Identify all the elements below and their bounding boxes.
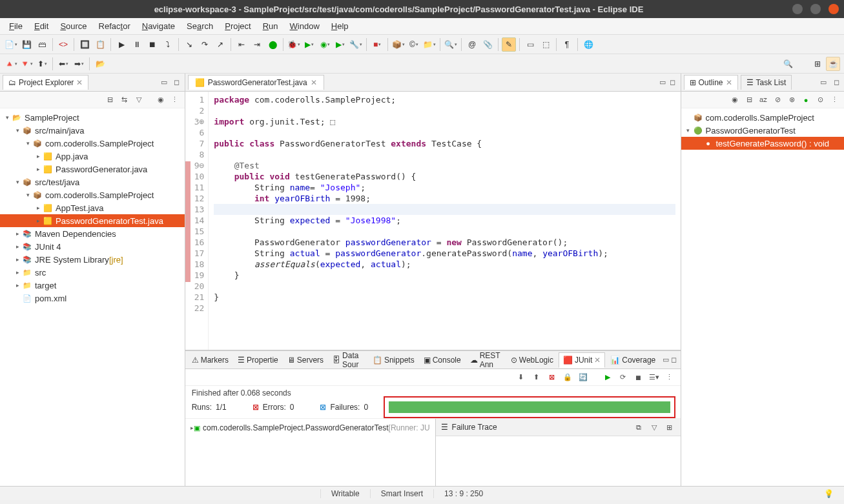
tree-node[interactable]: ▾🟢PasswordGeneratorTest xyxy=(681,124,845,137)
tab-datasource[interactable]: 🗄Data Sour xyxy=(329,348,367,372)
new-package-button[interactable]: 📁▾ xyxy=(422,37,437,52)
resume-button[interactable]: ▶ xyxy=(114,37,129,52)
nav-button-3[interactable]: ⬆▾ xyxy=(35,57,49,71)
tree-node[interactable]: 📦com.coderolls.SampleProject xyxy=(681,111,845,124)
debug-button[interactable]: 🐞▾ xyxy=(287,37,301,52)
terminate-button[interactable]: ⏹ xyxy=(145,37,160,52)
project-explorer-tab[interactable]: 🗂 Project Explorer ✕ xyxy=(3,75,88,90)
link-button[interactable]: <> xyxy=(56,37,70,52)
expand-arrow-icon[interactable]: ▸ xyxy=(13,256,22,263)
filter-icon[interactable]: ▽ xyxy=(133,94,145,106)
coverage-button[interactable]: ◉▾ xyxy=(318,37,332,52)
menu-search[interactable]: Search xyxy=(181,19,218,33)
compare-icon[interactable]: ⧉ xyxy=(633,421,644,433)
tab-servers[interactable]: 🖥Servers xyxy=(283,353,327,367)
expand-arrow-icon[interactable]: ▾ xyxy=(13,179,22,185)
history-icon[interactable]: ☰▾ xyxy=(648,372,660,383)
focus-icon[interactable]: ◉ xyxy=(729,94,741,106)
block-sel-button[interactable]: ▭ xyxy=(523,37,537,52)
scroll-lock-icon[interactable]: 🔒 xyxy=(562,372,573,383)
tree-node[interactable]: ●testGeneratePassword() : void xyxy=(681,137,845,150)
hide-local-icon[interactable]: ⊙ xyxy=(814,94,826,106)
skip-breakpoints-button[interactable]: ⬤ xyxy=(265,37,280,52)
junit-test-item[interactable]: ▸ ▣ com.coderolls.SampleProject.Password… xyxy=(188,421,433,434)
tree-node[interactable]: ▾📂SampleProject xyxy=(0,111,185,124)
failures-only-icon[interactable]: ⊠ xyxy=(546,372,558,383)
menu-navigate[interactable]: Navigate xyxy=(137,19,180,33)
nav-button-2[interactable]: 🔻▾ xyxy=(19,57,34,71)
annotation-button[interactable]: @ xyxy=(465,37,479,52)
minimize-bottom-icon[interactable]: ▭ xyxy=(662,355,669,365)
new-java-button[interactable]: 📦▾ xyxy=(391,37,406,52)
maximize-editor-icon[interactable]: ◻ xyxy=(668,77,678,88)
sort-icon[interactable]: ⊟ xyxy=(743,94,755,106)
code-editor[interactable]: 123⊕6 789⊖10 11121314 15161718 19202122 … xyxy=(185,92,681,350)
tree-node[interactable]: ▾📦src/main/java xyxy=(0,124,185,137)
tab-snippets[interactable]: 📋Snippets xyxy=(369,353,418,367)
expand-arrow-icon[interactable]: ▸ xyxy=(34,153,43,159)
menu-edit[interactable]: Edit xyxy=(29,19,54,33)
menu-file[interactable]: File xyxy=(4,19,28,33)
line-gutter[interactable]: 123⊕6 789⊖10 11121314 15161718 19202122 xyxy=(185,92,209,350)
close-icon[interactable]: ✕ xyxy=(726,78,732,87)
save-all-button[interactable]: 🗃 xyxy=(35,37,49,52)
stop-icon[interactable]: ⏹ xyxy=(633,372,644,383)
view-menu-icon[interactable]: ⋮ xyxy=(169,94,181,106)
hide-static-icon[interactable]: ⊗ xyxy=(786,94,798,106)
expand-arrow-icon[interactable]: ▸ xyxy=(34,166,43,172)
close-button[interactable] xyxy=(829,4,839,14)
expand-arrow-icon[interactable]: ▸ xyxy=(13,282,22,288)
minimize-view-icon[interactable]: ▭ xyxy=(159,77,169,88)
maximize-button[interactable] xyxy=(810,4,821,14)
tab-console[interactable]: ▣Console xyxy=(420,353,465,367)
tree-node[interactable]: ▾📦com.coderolls.SampleProject xyxy=(0,137,185,150)
menu-help[interactable]: Help xyxy=(326,19,354,33)
step-over-button[interactable]: ↷ xyxy=(198,37,212,52)
expand-arrow-icon[interactable]: ▾ xyxy=(684,127,693,134)
pin-button[interactable]: ¶ xyxy=(560,37,574,52)
search-button[interactable]: 🔍▾ xyxy=(444,37,458,52)
new-class-button[interactable]: ©▾ xyxy=(407,37,421,52)
maximize-bottom-icon[interactable]: ◻ xyxy=(670,355,677,365)
menu-project[interactable]: Project xyxy=(220,19,256,33)
filter-trace-icon[interactable]: ▽ xyxy=(648,421,660,433)
outline-menu-icon[interactable]: ⋮ xyxy=(829,94,840,106)
expand-arrow-icon[interactable]: ▾ xyxy=(23,140,32,146)
disconnect-button[interactable]: ⤵ xyxy=(161,37,175,52)
tab-markers[interactable]: ⚠Markers xyxy=(188,353,232,367)
tasklist-tab[interactable]: ☰ Task List xyxy=(741,75,792,90)
highlight-button[interactable]: ✎ xyxy=(502,37,516,52)
drop-frame-button[interactable]: ⇤ xyxy=(234,37,249,52)
focus-icon[interactable]: ◉ xyxy=(155,94,167,106)
tree-node[interactable]: ▸🟨App.java xyxy=(0,150,185,163)
tab-coverage[interactable]: 📊Coverage xyxy=(606,353,659,367)
tab-properties[interactable]: ☰Propertie xyxy=(234,353,282,367)
run-button[interactable]: ▶▾ xyxy=(302,37,316,52)
tree-node[interactable]: 📄pom.xml xyxy=(0,292,185,305)
nav-button-1[interactable]: 🔺▾ xyxy=(4,57,18,71)
minimize-editor-icon[interactable]: ▭ xyxy=(657,77,668,88)
expand-arrow-icon[interactable]: ▾ xyxy=(3,114,12,121)
close-icon[interactable]: ✕ xyxy=(76,78,83,87)
step-return-button[interactable]: ↗ xyxy=(213,37,227,52)
maximize-view-icon[interactable]: ◻ xyxy=(172,77,182,88)
hide-fields-icon[interactable]: ⊘ xyxy=(772,94,783,106)
tree-node[interactable]: ▾📦src/test/java xyxy=(0,176,185,188)
rerun-failed-icon[interactable]: ⟳ xyxy=(617,372,629,383)
link-editor-icon[interactable]: ⇆ xyxy=(119,94,130,106)
tree-node[interactable]: ▸🟨AppTest.java xyxy=(0,201,185,214)
open-type-button[interactable]: 🔲 xyxy=(77,37,92,52)
expand-arrow-icon[interactable]: ▸ xyxy=(13,230,22,237)
next-failure-icon[interactable]: ⬇ xyxy=(515,372,527,383)
menu-refactor[interactable]: Refactor xyxy=(94,19,136,33)
forward-button[interactable]: ➡▾ xyxy=(72,57,86,71)
tree-node[interactable]: ▸📚JUnit 4 xyxy=(0,240,185,253)
tree-node[interactable]: ▸📁src xyxy=(0,266,185,279)
java-perspective-button[interactable]: ☕ xyxy=(826,57,840,71)
tree-node[interactable]: ▾📦com.coderolls.SampleProject xyxy=(0,188,185,201)
menu-window[interactable]: Window xyxy=(285,19,325,33)
expand-arrow-icon[interactable]: ▸ xyxy=(13,269,22,276)
expand-arrow-icon[interactable]: ▸ xyxy=(13,243,22,250)
tree-node[interactable]: ▸🟨PasswordGenerator.java xyxy=(0,163,185,176)
collapse-all-icon[interactable]: ⊟ xyxy=(105,94,116,106)
